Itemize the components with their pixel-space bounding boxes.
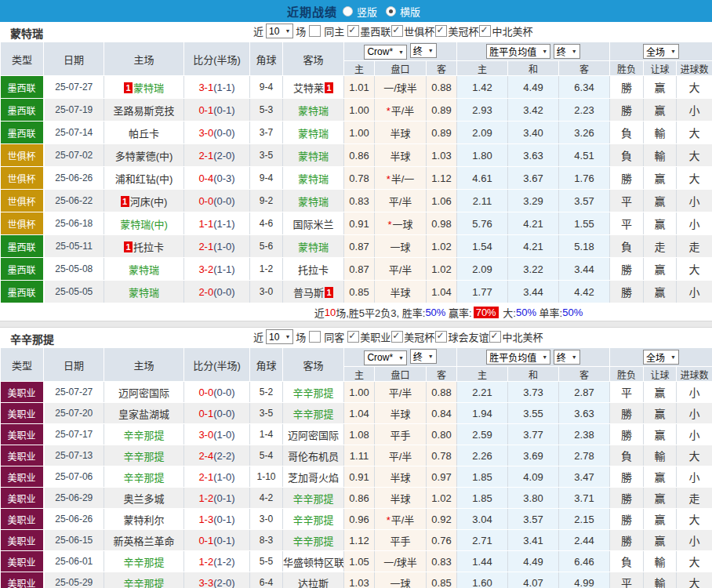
result-outcome: 勝 — [610, 488, 644, 509]
home-team-name: 蒙特瑞 — [133, 82, 164, 94]
away-team-cell: 华盛顿特区联 — [283, 551, 344, 572]
avg-draw-value: 4.49 — [508, 551, 559, 572]
match-count-select[interactable]: 10▼ — [266, 329, 293, 344]
league-checkbox[interactable]: ✓ — [391, 25, 403, 37]
away-team-name: 辛辛那提 — [292, 535, 333, 547]
odds-handicap-value: 平/半 — [375, 382, 427, 403]
league-filter[interactable]: ✓墨西联 — [347, 24, 391, 38]
score-cell: 3-0(1-0) — [184, 424, 250, 445]
league-filter[interactable]: ✓球会友谊 — [434, 329, 489, 344]
avg-away-value: 2.44 — [559, 530, 610, 551]
odds-away-value: 0.98 — [427, 212, 457, 235]
league-badge: 墨西联 — [1, 235, 44, 258]
home-team-cell: 辛辛那提 — [104, 424, 184, 445]
horizontal-layout-label[interactable]: 横版 — [400, 4, 420, 19]
league-filter[interactable]: ✓世俱杯 — [391, 24, 434, 38]
odds-away-value: 0.83 — [427, 551, 457, 572]
away-team-cell: 蒙特瑞 — [283, 235, 344, 258]
page-title: 近期战绩 — [287, 3, 337, 20]
avg-final-select[interactable]: 终▼ — [554, 44, 580, 59]
avg-select[interactable]: 胜平负均值▼ — [486, 44, 550, 59]
odds-final-select[interactable]: 终▼ — [410, 349, 437, 364]
league-checkbox[interactable]: ✓ — [479, 25, 491, 37]
fulltime-score: 3-3 — [198, 577, 213, 588]
avg-draw-value: 3.69 — [508, 445, 559, 466]
odds-away-value: 0.84 — [427, 403, 457, 424]
league-filter[interactable]: ✓美职业 — [347, 329, 391, 344]
home-team-cell: 蒙特瑞 — [104, 258, 184, 281]
full-match-select[interactable]: 全场▼ — [643, 44, 679, 59]
avg-select[interactable]: 胜平负均值▼ — [486, 350, 550, 365]
handicap-text: 一球 — [393, 219, 413, 230]
red-card-badge: 1 — [121, 196, 129, 207]
vertical-layout-radio[interactable] — [343, 6, 353, 16]
match-count-select[interactable]: 10▼ — [266, 24, 293, 38]
league-filter[interactable]: ✓美冠杯 — [434, 24, 478, 38]
summary-segment: 近 — [314, 305, 325, 320]
match-date: 25-07-27 — [44, 382, 104, 403]
same-venue-checkbox[interactable] — [309, 25, 321, 37]
league-checkbox[interactable]: ✓ — [435, 331, 447, 343]
handicap-text: 平/半 — [391, 105, 415, 117]
league-checkbox[interactable]: ✓ — [347, 25, 359, 37]
score-cell: 3-1(1-1) — [184, 76, 250, 99]
odds-handicap-value: 半球 — [375, 144, 427, 167]
odds-home-value: 1.04 — [344, 403, 375, 424]
league-filter[interactable]: ✓美冠杯 — [391, 329, 434, 344]
odds-final-select[interactable]: 终▼ — [410, 43, 437, 58]
avg-home-value: 2.59 — [457, 424, 508, 445]
league-badge: 美职业 — [1, 530, 44, 551]
halftime-score: (2-0) — [213, 150, 234, 162]
match-row: 墨西联 25-07-27 1蒙特瑞 3-1(1-1) 9-4 艾特莱1 1.01… — [1, 76, 712, 99]
odds-away-value: 0.76 — [427, 530, 457, 551]
league-checkbox[interactable]: ✓ — [347, 331, 359, 343]
corner-count: 9-4 — [250, 76, 283, 99]
full-match-select[interactable]: 全场▼ — [643, 350, 679, 365]
odds-handicap-value: 平/半 — [375, 445, 427, 466]
horizontal-layout-radio[interactable] — [386, 6, 396, 16]
odds-home-value: 1.08 — [344, 424, 375, 445]
avg-draw-value: 4.07 — [508, 572, 559, 588]
match-date: 25-05-08 — [44, 258, 104, 281]
full-group-header: 全场▼ — [610, 42, 712, 61]
result-outcome: 負 — [610, 445, 644, 466]
league-badge: 美职业 — [1, 445, 44, 466]
avg-draw-value: 3.41 — [508, 530, 559, 551]
col-odds-home: 主 — [344, 61, 375, 76]
same-venue-label: 同客 — [324, 329, 344, 344]
table-header: 类型 日期 主场 比分(半场) 角球 客场 Crow*▼ 终▼ 胜平负均值▼ 终… — [1, 42, 712, 76]
fulltime-score: 2-4 — [198, 450, 213, 462]
result-goals: 小 — [677, 99, 712, 122]
away-team-name: 哥伦布机员 — [288, 451, 339, 463]
league-checkbox[interactable]: ✓ — [489, 331, 501, 343]
handicap-star-mark: * — [387, 173, 391, 185]
odds-home-value: 1.01 — [344, 76, 375, 99]
result-handicap: 赢 — [644, 212, 677, 235]
same-venue-checkbox[interactable] — [309, 331, 321, 343]
odds-handicap-value: 半球 — [375, 281, 427, 303]
check-icon: ✓ — [480, 24, 488, 35]
league-filter[interactable]: ✓中北美杯 — [478, 24, 532, 38]
bookmaker-select[interactable]: Crow*▼ — [364, 350, 407, 365]
bookmaker-select-value: Crow* — [367, 46, 393, 57]
away-team-name: 芝加哥火焰 — [288, 472, 339, 484]
odds-handicap-value: 平/半 — [375, 190, 427, 212]
match-date: 25-06-26 — [44, 509, 104, 530]
avg-away-value: 2.23 — [559, 99, 610, 122]
odds-home-value: 0.91 — [344, 212, 375, 235]
bookmaker-select[interactable]: Crow*▼ — [364, 45, 407, 60]
result-handicap: 輸 — [644, 572, 677, 588]
sections-container: 蒙特瑞 近 10▼ 场 同主 ✓墨西联 ✓世俱杯 ✓美冠杯 ✓中北美杯 类型 — [0, 22, 712, 588]
avg-draw-value: 4.49 — [508, 76, 559, 99]
league-filter[interactable]: ✓中北美杯 — [489, 329, 543, 344]
halftime-score: (0-0) — [213, 408, 234, 419]
league-checkbox[interactable]: ✓ — [435, 25, 447, 37]
odds-handicap-value: *半/一 — [375, 167, 427, 190]
avg-final-select[interactable]: 终▼ — [554, 350, 580, 365]
avg-home-value: 1.94 — [457, 403, 508, 424]
match-date: 25-07-19 — [44, 99, 104, 122]
avg-home-value: 2.93 — [457, 99, 508, 122]
league-checkbox[interactable]: ✓ — [391, 331, 403, 343]
vertical-layout-label[interactable]: 竖版 — [357, 4, 377, 19]
league-badge: 世俱杯 — [1, 144, 44, 167]
